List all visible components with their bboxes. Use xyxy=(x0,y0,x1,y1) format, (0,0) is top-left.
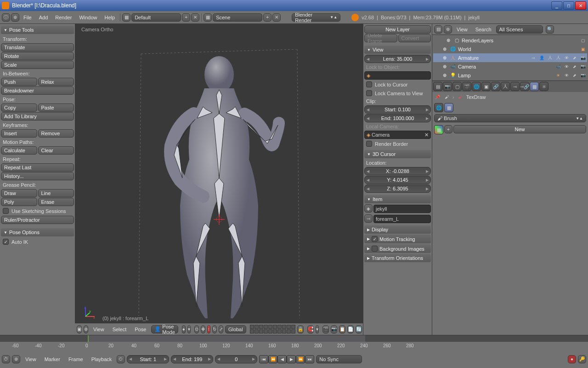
layers-grid[interactable] xyxy=(250,325,295,334)
outliner-tree[interactable]: ⊕▢RenderLayers▢ ⊕🌐World▣ ⊕人Armature⤙👤人人👁… xyxy=(432,35,588,80)
gl-render-icon[interactable]: 📷 xyxy=(331,325,337,334)
maximize-button[interactable]: □ xyxy=(563,1,574,10)
search-icon[interactable]: 🔍 xyxy=(546,25,554,34)
end-frame-field[interactable]: ◀End: 199▶ xyxy=(171,355,213,363)
tex-context-brush-icon[interactable]: ▩ xyxy=(444,103,453,112)
play-icon[interactable]: ▶ xyxy=(287,355,296,363)
menu-add[interactable]: Add xyxy=(36,13,51,22)
screen-browse-icon[interactable]: ▦ xyxy=(122,13,130,22)
tab-constraint-icon[interactable]: 🔗 xyxy=(491,82,500,91)
autoik-checkbox[interactable]: ✓Auto IK xyxy=(1,237,74,246)
tab-armature-icon[interactable]: 人 xyxy=(501,82,510,91)
lockto-field[interactable]: ◈ xyxy=(364,71,431,80)
tex-slot-icon[interactable]: ▩ xyxy=(434,125,443,134)
clear-button[interactable]: Clear xyxy=(38,146,74,155)
close-button[interactable]: ✕ xyxy=(575,1,586,10)
rotate-manip-icon[interactable]: ↻ xyxy=(212,325,217,334)
localcam-field[interactable]: ◈ Camera✕ xyxy=(364,131,431,139)
tab-object-icon[interactable]: ▣ xyxy=(481,82,491,91)
collapse-icon[interactable]: ⊕ xyxy=(84,325,88,334)
scene-add-button[interactable]: + xyxy=(263,13,271,22)
tab-render-icon[interactable]: 📷 xyxy=(443,82,452,91)
cursor-x-field[interactable]: ◀X: -0.0288▶ xyxy=(364,167,431,175)
translate-button[interactable]: Translate xyxy=(1,43,74,52)
timeline-frame-menu[interactable]: Frame xyxy=(65,355,86,363)
bgimg-panel-header[interactable]: ▶Background Images xyxy=(364,244,431,253)
history-button[interactable]: History... xyxy=(1,172,74,180)
menu-collapse-icon[interactable]: ⊕ xyxy=(11,13,19,22)
shading-menu-icon[interactable]: ▾ xyxy=(187,325,191,334)
rotate-button[interactable]: Rotate xyxy=(1,52,74,60)
snap-type-icon[interactable]: ▾ xyxy=(316,325,319,334)
tab-layers-icon[interactable]: ▢ xyxy=(452,82,462,91)
shading-icon[interactable]: ● xyxy=(182,325,186,334)
menu-render[interactable]: Render xyxy=(52,13,75,22)
sync-dropdown[interactable]: No Sync xyxy=(316,355,362,363)
draw-button[interactable]: Draw xyxy=(1,189,37,197)
tab-world-icon[interactable]: 🌐 xyxy=(472,82,481,91)
line-button[interactable]: Line xyxy=(38,189,74,197)
scene-browse-icon[interactable]: ▦ xyxy=(204,13,212,22)
tex-add-button[interactable]: + xyxy=(444,125,452,133)
poly-button[interactable]: Poly xyxy=(1,198,37,206)
engine-dropdown[interactable]: Blender Render▼▲ xyxy=(292,13,340,22)
timeline-playback-menu[interactable]: Playback xyxy=(88,355,115,363)
lock-camera-checkbox[interactable]: Lock Camera to View xyxy=(364,89,431,98)
push-button[interactable]: Push xyxy=(1,78,37,86)
tab-texture-icon[interactable]: ▩ xyxy=(530,82,539,91)
timeline-marker-menu[interactable]: Marker xyxy=(41,355,63,363)
outliner-filter-dropdown[interactable]: All Scenes xyxy=(496,25,543,34)
relax-button[interactable]: Relax xyxy=(38,78,74,86)
outliner-collapse-icon[interactable]: ⊕ xyxy=(444,25,452,34)
clip-start-field[interactable]: ◀Start: 0.100▶ xyxy=(364,105,431,114)
brush-dropdown[interactable]: 🖌 Brush▼▲ xyxy=(434,114,586,122)
tab-scene-icon[interactable]: 🎬 xyxy=(462,82,471,91)
convert-button[interactable]: Convert xyxy=(398,34,431,42)
cursor-z-field[interactable]: ◀Z: 6.3095▶ xyxy=(364,184,431,193)
auto-keyframe-icon[interactable]: ● xyxy=(568,355,576,363)
jump-start-icon[interactable]: ⏮ xyxy=(259,355,268,363)
outliner-view-menu[interactable]: View xyxy=(453,25,471,34)
keyframe-prev-icon[interactable]: ⏪ xyxy=(268,355,277,363)
scale-button[interactable]: Scale xyxy=(1,61,74,69)
sketch-checkbox[interactable]: Use Sketching Sessions xyxy=(1,207,74,215)
cursor-y-field[interactable]: ◀Y: 4.0145▶ xyxy=(364,176,431,184)
layout-del-button[interactable]: ✕ xyxy=(191,13,199,22)
lock-cursor-checkbox[interactable]: Lock to Cursor xyxy=(364,80,431,89)
start-frame-field[interactable]: ◀Start: 1▶ xyxy=(127,355,169,363)
view-menu[interactable]: View xyxy=(90,325,107,334)
pose-menu[interactable]: Pose xyxy=(131,325,149,334)
outliner-type-icon[interactable]: ▤ xyxy=(434,25,442,34)
tab-physics-icon[interactable]: ⚛ xyxy=(539,82,548,91)
view-panel-header[interactable]: ▼View xyxy=(364,46,431,54)
editor-type-icon[interactable]: ⓘ xyxy=(2,13,10,22)
motion-track-header[interactable]: ▶✓Motion Tracking xyxy=(364,235,431,243)
paste-flip-icon[interactable]: 🔄 xyxy=(356,325,362,334)
insert-button[interactable]: Insert xyxy=(1,129,37,138)
scene-dropdown[interactable]: Scene xyxy=(213,13,262,22)
layout-dropdown[interactable]: Default xyxy=(131,13,181,22)
timeline-type-icon[interactable]: ⏱ xyxy=(2,355,10,363)
keying-set-icon[interactable]: 🔑 xyxy=(578,355,586,363)
keyframe-next-icon[interactable]: ⏩ xyxy=(296,355,305,363)
cursor-panel-header[interactable]: ▼3D Cursor xyxy=(364,150,431,158)
render-preview-icon[interactable]: 🎬 xyxy=(322,325,329,334)
props-type-icon[interactable]: ▤ xyxy=(433,82,442,91)
scale-manip-icon[interactable]: ⤢ xyxy=(219,325,223,334)
scene-del-button[interactable]: ✕ xyxy=(272,13,281,22)
menu-window[interactable]: Window xyxy=(76,13,100,22)
select-menu[interactable]: Select xyxy=(109,325,130,334)
pivot-icon[interactable]: ⊙ xyxy=(194,325,199,334)
pose-options-header[interactable]: ▼Pose Options xyxy=(1,228,74,236)
render-border-checkbox[interactable]: Render Border xyxy=(364,139,431,148)
jump-end-icon[interactable]: ⏭ xyxy=(305,355,314,363)
pin-icon[interactable]: 📌 xyxy=(434,94,441,100)
minimize-button[interactable]: _ xyxy=(551,1,562,10)
paste-button[interactable]: Paste xyxy=(38,104,74,112)
menu-help[interactable]: Help xyxy=(102,13,119,22)
object-name-field[interactable]: jekyll xyxy=(373,205,431,213)
layout-add-button[interactable]: + xyxy=(182,13,190,22)
timeline[interactable]: -60-40-200204060801001201401601802002202… xyxy=(0,335,588,352)
ruler-button[interactable]: Ruler/Protractor xyxy=(1,216,74,224)
timeline-collapse-icon[interactable]: ⊕ xyxy=(12,355,20,363)
